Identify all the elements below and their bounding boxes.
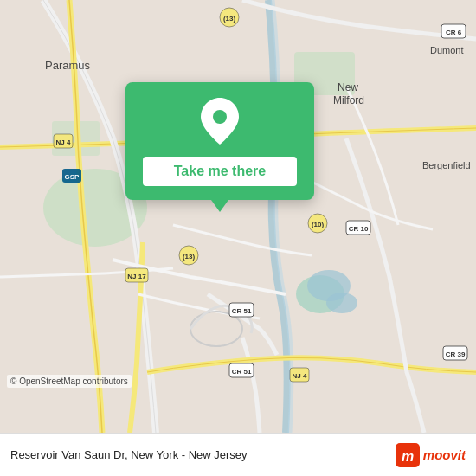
moovit-icon: m	[396, 443, 420, 467]
svg-point-6	[326, 293, 357, 313]
svg-text:GSP: GSP	[65, 173, 80, 181]
take-me-there-button[interactable]: Take me there	[143, 157, 297, 186]
map-svg: GSP NJ 4 (13) NJ 17 (13) CR 51 CR 51 NJ …	[0, 0, 476, 433]
svg-text:New: New	[338, 81, 358, 93]
svg-text:CR 51: CR 51	[232, 368, 252, 376]
svg-text:NJ 4: NJ 4	[56, 138, 71, 146]
svg-text:CR 6: CR 6	[446, 29, 462, 36]
moovit-logo: m moovit	[396, 443, 466, 467]
map-attribution: © OpenStreetMap contributors	[7, 375, 132, 388]
svg-text:NJ 17: NJ 17	[127, 273, 146, 280]
svg-text:Milford: Milford	[333, 94, 364, 106]
svg-text:Dumont: Dumont	[430, 45, 464, 55]
svg-text:(13): (13)	[183, 253, 196, 261]
svg-text:CR 51: CR 51	[232, 307, 252, 315]
svg-text:(13): (13)	[223, 15, 236, 23]
svg-text:Paramus: Paramus	[45, 59, 91, 72]
svg-text:(10): (10)	[312, 221, 325, 228]
svg-text:CR 39: CR 39	[446, 351, 466, 358]
svg-text:m: m	[402, 449, 414, 464]
svg-text:NJ 4: NJ 4	[293, 372, 307, 380]
popup-card: Take me there	[125, 82, 314, 200]
location-text: Reservoir Van Saun Dr, New York - New Je…	[10, 448, 248, 461]
bottom-bar: Reservoir Van Saun Dr, New York - New Je…	[0, 433, 476, 476]
map-container: GSP NJ 4 (13) NJ 17 (13) CR 51 CR 51 NJ …	[0, 0, 476, 433]
svg-text:Bergenfield: Bergenfield	[422, 160, 471, 170]
svg-point-37	[213, 110, 227, 124]
location-pin-icon	[201, 98, 239, 145]
moovit-label: moovit	[423, 447, 466, 462]
svg-text:CR 10: CR 10	[349, 225, 369, 233]
